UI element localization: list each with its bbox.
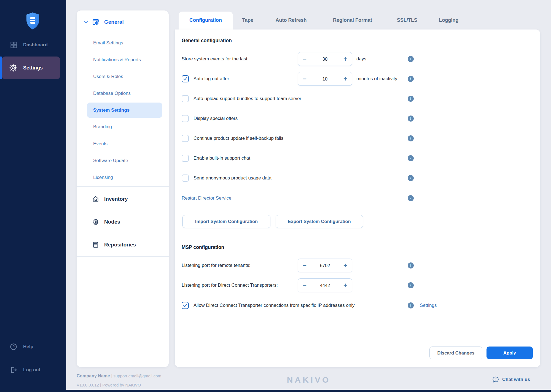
export-system-configuration-button[interactable]: Export System Configuration bbox=[276, 215, 363, 228]
button-label: Apply bbox=[503, 350, 516, 356]
tab-regional-format[interactable]: Regional Format bbox=[333, 17, 372, 23]
info-icon[interactable]: i bbox=[408, 282, 414, 288]
nav-section-label: General bbox=[104, 19, 124, 25]
nav-item-label: Notifications & Reports bbox=[93, 57, 141, 63]
tab-tape[interactable]: Tape bbox=[242, 17, 254, 23]
divider bbox=[77, 186, 169, 187]
direct-connect-port-value[interactable]: 4442 bbox=[320, 283, 330, 288]
divider bbox=[77, 233, 169, 233]
auto-logout-label: Auto log out after: bbox=[193, 76, 230, 82]
usage-data-label: Send anonymous product usage data bbox=[193, 175, 272, 181]
stepper-decrease-icon[interactable]: − bbox=[303, 76, 307, 82]
continue-update-label: Continue product update if self-backup f… bbox=[193, 136, 283, 141]
stepper-decrease-icon[interactable]: − bbox=[303, 282, 307, 289]
stepper-increase-icon[interactable]: + bbox=[343, 76, 347, 82]
info-icon[interactable]: i bbox=[408, 76, 414, 82]
tab-ssl-tls[interactable]: SSL/TLS bbox=[397, 17, 417, 23]
repositories-icon bbox=[92, 241, 99, 248]
auto-upload-checkbox[interactable] bbox=[182, 95, 189, 102]
support-chat-checkbox[interactable] bbox=[182, 155, 189, 162]
footer-version: V10.0.0.012 | Powered by NAKIVO bbox=[77, 383, 141, 387]
tab-logging[interactable]: Logging bbox=[439, 17, 459, 23]
info-icon[interactable]: i bbox=[408, 175, 414, 181]
info-icon[interactable]: i bbox=[408, 262, 414, 269]
special-offers-checkbox[interactable] bbox=[182, 115, 189, 122]
footer-company: Company Name | support.email@gmail.com bbox=[77, 374, 161, 378]
direct-connect-port-label: Listening port for Direct Connect Transp… bbox=[182, 283, 278, 288]
chat-with-us-button[interactable]: Chat with us bbox=[492, 376, 530, 383]
gear-icon bbox=[9, 64, 17, 72]
nav-item-label: Database Options bbox=[93, 91, 131, 96]
settings-nav-panel: General Email Settings Notifications & R… bbox=[77, 10, 169, 367]
info-glyph: i bbox=[410, 176, 411, 180]
auto-upload-label: Auto upload support bundles to support t… bbox=[193, 96, 301, 101]
store-events-value[interactable]: 30 bbox=[322, 57, 327, 62]
remote-tenants-port-value[interactable]: 6702 bbox=[320, 263, 330, 268]
logout-icon bbox=[10, 366, 17, 374]
info-glyph: i bbox=[410, 116, 411, 121]
continue-update-checkbox[interactable] bbox=[182, 135, 189, 142]
nodes-icon bbox=[92, 218, 99, 225]
apply-button[interactable]: Apply bbox=[487, 347, 533, 359]
tab-auto-refresh[interactable]: Auto Refresh bbox=[275, 17, 307, 23]
sidebar-item-label: Help bbox=[23, 344, 33, 350]
stepper-decrease-icon[interactable]: − bbox=[303, 56, 307, 62]
discard-changes-button[interactable]: Discard Changes bbox=[429, 347, 482, 359]
info-icon[interactable]: i bbox=[408, 155, 414, 161]
nav-section-label: Repositories bbox=[104, 242, 136, 248]
stepper-increase-icon[interactable]: + bbox=[343, 282, 347, 289]
button-label: Import System Configuration bbox=[195, 219, 258, 224]
chevron-down-icon[interactable] bbox=[83, 19, 89, 25]
stepper-increase-icon[interactable]: + bbox=[343, 262, 347, 269]
info-glyph: i bbox=[410, 57, 411, 61]
info-icon[interactable]: i bbox=[408, 56, 414, 62]
nakivo-watermark: NAKIVO bbox=[287, 375, 331, 385]
section-heading-msp-configuration: MSP configuration bbox=[182, 245, 224, 250]
stepper-increase-icon[interactable]: + bbox=[343, 56, 347, 62]
divider bbox=[175, 338, 540, 338]
tab-configuration[interactable]: Configuration bbox=[189, 17, 222, 23]
button-label: Export System Configuration bbox=[288, 219, 351, 224]
store-events-label: Store system events for the last: bbox=[182, 56, 249, 62]
nav-section-label: Nodes bbox=[104, 219, 120, 225]
auto-logout-stepper: − 10 + bbox=[298, 72, 352, 86]
info-glyph: i bbox=[410, 283, 411, 288]
import-system-configuration-button[interactable]: Import System Configuration bbox=[182, 215, 270, 228]
nav-item-label: System Settings bbox=[93, 108, 130, 113]
app-sidebar: Dashboard Settings ? Help bbox=[0, 0, 66, 392]
support-email: | support.email@gmail.com bbox=[111, 374, 161, 378]
active-accent-bar bbox=[0, 57, 2, 79]
info-icon[interactable]: i bbox=[408, 302, 414, 308]
stepper-decrease-icon[interactable]: − bbox=[303, 262, 307, 269]
remote-tenants-port-stepper: − 6702 + bbox=[298, 259, 352, 272]
divider bbox=[77, 210, 169, 210]
sidebar-item-label: Log out bbox=[23, 367, 40, 373]
info-glyph: i bbox=[410, 96, 411, 101]
allow-direct-connect-checkbox[interactable] bbox=[182, 302, 189, 309]
direct-connect-port-stepper: − 4442 + bbox=[298, 278, 352, 292]
direct-connect-settings-link[interactable]: Settings bbox=[420, 303, 437, 308]
auto-logout-value[interactable]: 10 bbox=[322, 76, 327, 82]
section-heading-general-configuration: General configuration bbox=[182, 38, 232, 44]
help-icon: ? bbox=[10, 343, 17, 351]
usage-data-checkbox[interactable] bbox=[182, 174, 189, 182]
restart-director-service-link[interactable]: Restart Director Service bbox=[182, 195, 231, 201]
info-icon[interactable]: i bbox=[408, 96, 414, 102]
button-label: Discard Changes bbox=[437, 350, 475, 356]
info-icon[interactable]: i bbox=[408, 135, 414, 141]
chat-label: Chat with us bbox=[502, 377, 530, 382]
divider bbox=[77, 256, 169, 257]
info-icon[interactable]: i bbox=[408, 195, 414, 201]
auto-logout-checkbox[interactable] bbox=[182, 75, 189, 82]
remote-tenants-port-label: Listening port for remote tenants: bbox=[182, 263, 250, 268]
info-icon[interactable]: i bbox=[408, 116, 414, 122]
info-glyph: i bbox=[410, 77, 411, 81]
dashboard-icon bbox=[10, 41, 18, 49]
nav-item-label: Events bbox=[93, 141, 107, 147]
nav-item-label: Email Settings bbox=[93, 40, 123, 46]
sidebar-item-settings[interactable]: Settings bbox=[2, 57, 60, 79]
company-name: Company Name bbox=[77, 374, 110, 378]
special-offers-label: Display special offers bbox=[193, 116, 238, 121]
nav-item-system-settings-active[interactable]: System Settings bbox=[87, 103, 162, 118]
store-events-unit: days bbox=[356, 56, 366, 62]
